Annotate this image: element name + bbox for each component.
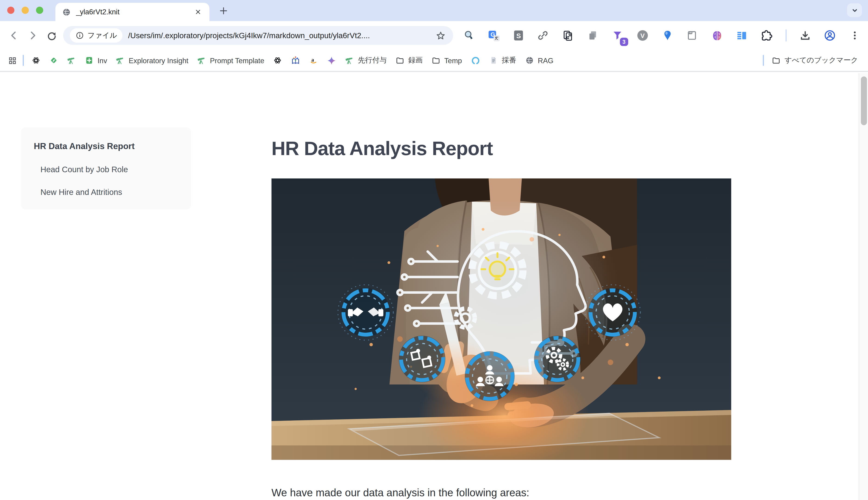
bookmark-item[interactable] bbox=[269, 53, 287, 68]
url-chip-label: ファイル bbox=[88, 31, 117, 41]
extensions-menu-button[interactable] bbox=[757, 27, 775, 44]
toolbar-separator bbox=[785, 30, 787, 42]
apps-grid-button[interactable] bbox=[5, 53, 20, 68]
amazon-icon bbox=[309, 56, 318, 65]
forward-button[interactable] bbox=[23, 26, 42, 45]
bookmark-item[interactable]: Prompt Template bbox=[193, 53, 269, 68]
blue-list-icon bbox=[735, 30, 748, 42]
bookmark-folder[interactable]: 録画 bbox=[391, 53, 427, 68]
copy-pages-icon bbox=[587, 30, 599, 42]
brain-extension-button[interactable] bbox=[708, 27, 726, 44]
puzzle-icon bbox=[760, 29, 773, 42]
svg-text:V: V bbox=[640, 32, 644, 39]
toc-item-head-count[interactable]: Head Count by Job Role bbox=[41, 165, 128, 174]
kebab-menu-icon bbox=[849, 30, 861, 42]
address-bar[interactable]: ファイル /Users/im/.exploratory/projects/kGj… bbox=[63, 26, 453, 45]
tab-close-icon[interactable] bbox=[193, 7, 203, 17]
bookmark-item[interactable] bbox=[466, 53, 485, 68]
gemini-icon bbox=[327, 56, 336, 65]
scrollbar-thumb[interactable] bbox=[861, 76, 867, 125]
search-extension-button[interactable] bbox=[460, 27, 478, 44]
forward-arrow-icon bbox=[27, 30, 39, 42]
bookmark-item[interactable] bbox=[62, 53, 80, 68]
downloads-button[interactable] bbox=[796, 27, 814, 44]
copy-pages-extension-button[interactable] bbox=[584, 27, 602, 44]
gears-icon bbox=[534, 336, 581, 382]
bookmark-item[interactable] bbox=[305, 53, 322, 68]
funnel-extension-button[interactable]: 3 bbox=[609, 27, 627, 44]
magnifier-icon bbox=[462, 30, 475, 42]
extension-badge: 3 bbox=[620, 38, 628, 46]
intro-text: We have made our data analysis in the fo… bbox=[272, 487, 529, 499]
telescope-icon bbox=[116, 56, 125, 65]
bookmark-item[interactable] bbox=[286, 53, 305, 68]
gray-window-icon bbox=[686, 30, 698, 42]
reload-button[interactable] bbox=[42, 26, 61, 45]
bookmark-item[interactable] bbox=[45, 53, 63, 68]
back-button[interactable] bbox=[4, 26, 23, 45]
close-window-button[interactable] bbox=[7, 7, 14, 14]
telescope-icon bbox=[67, 56, 76, 65]
toc-item-new-hire[interactable]: New Hire and Attritions bbox=[41, 188, 122, 196]
tab-strip: _yla6rVt2.knit bbox=[0, 0, 868, 21]
copy-link-extension-button[interactable] bbox=[559, 27, 577, 44]
tab-title: _yla6rVt2.knit bbox=[76, 8, 193, 16]
page-scrollbar[interactable] bbox=[859, 73, 868, 500]
browser-tab[interactable]: _yla6rVt2.knit bbox=[55, 3, 209, 21]
v-circle-icon: V bbox=[636, 30, 649, 42]
profile-button[interactable] bbox=[821, 27, 839, 44]
minimize-window-button[interactable] bbox=[22, 7, 29, 14]
spreadsheet-plus-icon bbox=[85, 56, 93, 65]
all-bookmarks-button[interactable]: すべてのブックマーク bbox=[767, 53, 863, 68]
bookmark-folder[interactable]: Temp bbox=[427, 53, 466, 68]
url-text[interactable]: /Users/im/.exploratory/projects/kGj4Ikw7… bbox=[128, 31, 435, 40]
shortcuts-extension-button[interactable]: S bbox=[510, 27, 527, 44]
chatgpt-icon bbox=[32, 56, 40, 65]
window-controls bbox=[7, 7, 43, 14]
pin-extension-button[interactable] bbox=[658, 27, 676, 44]
link-extension-button[interactable] bbox=[534, 27, 552, 44]
bookmark-star-icon[interactable] bbox=[435, 30, 446, 41]
blue-pin-icon bbox=[661, 30, 673, 42]
v-extension-button[interactable]: V bbox=[633, 27, 651, 44]
bookmark-item[interactable]: 採番 bbox=[485, 53, 521, 68]
bookmark-item[interactable] bbox=[322, 53, 341, 68]
puzzle-pieces-icon bbox=[399, 336, 445, 382]
translate-icon: G bbox=[488, 30, 500, 42]
bookmark-item[interactable]: RAG bbox=[521, 53, 558, 68]
url-scheme-chip[interactable]: ファイル bbox=[70, 28, 123, 43]
telescope-icon bbox=[345, 56, 354, 65]
extensions-row: G S 3 V bbox=[460, 27, 864, 44]
zoom-window-button[interactable] bbox=[36, 7, 43, 14]
globe-icon bbox=[525, 56, 534, 65]
bookmark-item[interactable]: Exploratory Insight bbox=[112, 53, 193, 68]
download-icon bbox=[799, 29, 812, 42]
folder-icon bbox=[432, 56, 440, 65]
apps-grid-icon bbox=[8, 56, 18, 65]
new-tab-button[interactable] bbox=[216, 3, 231, 18]
blue-ring-icon bbox=[471, 56, 480, 65]
bookmark-item[interactable]: 先行付与 bbox=[341, 53, 391, 68]
list-extension-button[interactable] bbox=[733, 27, 751, 44]
bookmark-item[interactable] bbox=[27, 53, 45, 68]
people-network-icon bbox=[465, 351, 515, 401]
brain-icon bbox=[711, 29, 723, 42]
book-stars-icon bbox=[291, 56, 300, 65]
toc-title-link[interactable]: HR Data Analysis Report bbox=[34, 141, 135, 151]
bookmarks-separator bbox=[23, 55, 24, 66]
browser-toolbar: ファイル /Users/im/.exploratory/projects/kGj… bbox=[0, 21, 868, 50]
profile-icon bbox=[823, 29, 836, 42]
green-diamond-icon bbox=[49, 56, 58, 65]
bookmark-item[interactable]: Inv bbox=[80, 53, 112, 68]
chevron-down-icon bbox=[849, 5, 859, 15]
browser-window: _yla6rVt2.knit ファイル /Users/im/.explorato… bbox=[0, 0, 868, 500]
window-extension-button[interactable] bbox=[683, 27, 701, 44]
document-icon bbox=[489, 56, 498, 65]
browser-menu-button[interactable] bbox=[846, 27, 864, 44]
info-icon bbox=[75, 31, 84, 40]
tab-search-button[interactable] bbox=[847, 3, 862, 17]
svg-text:S: S bbox=[516, 32, 521, 39]
translate-extension-button[interactable]: G bbox=[485, 27, 503, 44]
chain-link-icon bbox=[537, 30, 549, 42]
hero-image bbox=[272, 179, 731, 460]
